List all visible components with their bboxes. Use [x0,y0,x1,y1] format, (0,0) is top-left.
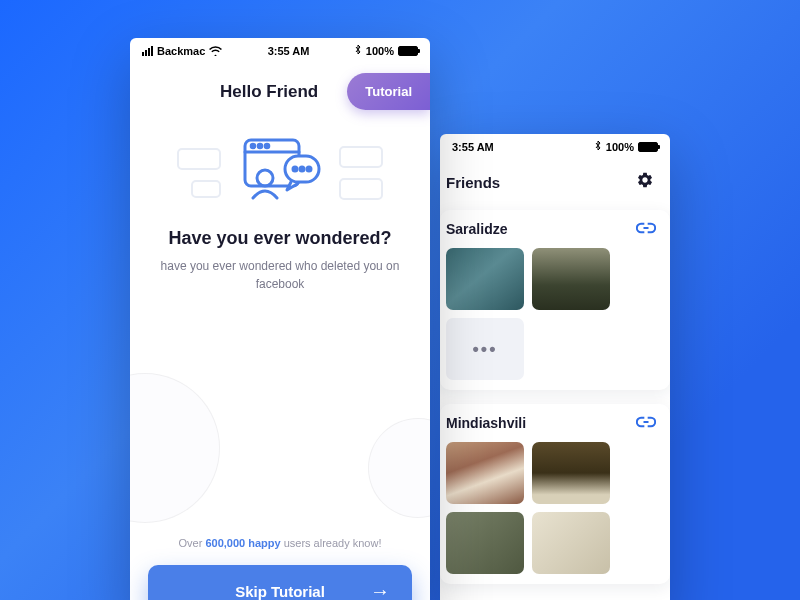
onboarding-header: Hello Friend Tutorial [130,63,430,120]
battery-icon [638,142,658,152]
hero-text: Have you ever wondered? have you ever wo… [130,228,430,293]
illustration-row [130,134,430,212]
deco-brick [339,178,383,200]
skip-label: Skip Tutorial [235,583,325,600]
svg-point-3 [258,144,262,148]
friend-name: Saralidze [446,221,507,237]
hero-heading: Have you ever wondered? [160,228,400,249]
battery-percent: 100% [606,141,634,153]
wifi-icon [209,46,222,56]
deco-brick [177,148,221,170]
photo-thumbnail[interactable] [446,442,524,504]
statusbar-time: 3:55 AM [268,45,310,57]
battery-percent: 100% [366,45,394,57]
photo-thumbnail[interactable] [532,248,610,310]
bluetooth-icon [595,140,602,153]
friend-card[interactable]: Mindiashvili [440,404,670,584]
svg-point-8 [300,167,304,171]
friends-header: Friends [440,159,670,204]
deco-circle [130,373,220,523]
phone-friends-screen: 3:55 AM 100% Friends Saralidze ••• Mindi… [440,134,670,600]
tutorial-button[interactable]: Tutorial [347,73,430,110]
svg-point-2 [251,144,255,148]
link-icon[interactable] [636,220,656,238]
link-icon[interactable] [636,414,656,432]
hero-subtext: have you ever wondered who deleted you o… [160,257,400,293]
social-proof-text: Over 600,000 happy users already know! [130,537,430,549]
svg-point-7 [293,167,297,171]
bluetooth-icon [355,44,362,57]
statusbar: Backmac 3:55 AM 100% [130,38,430,63]
statusbar-time: 3:55 AM [452,141,494,153]
svg-point-5 [257,170,273,186]
app-title: Hello Friend [220,82,318,102]
more-photos-button[interactable]: ••• [446,318,524,380]
friends-title: Friends [446,174,500,191]
onboarding-illustration-icon [235,134,325,212]
skip-tutorial-button[interactable]: Skip Tutorial → [148,565,412,600]
photo-thumbnail[interactable] [532,442,610,504]
friend-name: Mindiashvili [446,415,526,431]
settings-button[interactable] [636,171,654,194]
statusbar: 3:55 AM 100% [440,134,670,159]
svg-point-4 [265,144,269,148]
photo-thumbnail[interactable] [446,248,524,310]
deco-brick [191,180,221,198]
deco-brick [339,146,383,168]
carrier-label: Backmac [157,45,205,57]
svg-point-9 [307,167,311,171]
deco-circle [368,418,430,518]
friend-card[interactable]: Saralidze ••• [440,210,670,390]
photo-thumbnail[interactable] [446,512,524,574]
arrow-right-icon: → [370,580,390,600]
onboarding-footer: Over 600,000 happy users already know! S… [130,537,430,600]
photo-thumbnail[interactable] [532,512,610,574]
signal-icon [142,46,153,56]
phone-tutorial-screen: Backmac 3:55 AM 100% Hello Friend Tutori… [130,38,430,600]
battery-icon [398,46,418,56]
